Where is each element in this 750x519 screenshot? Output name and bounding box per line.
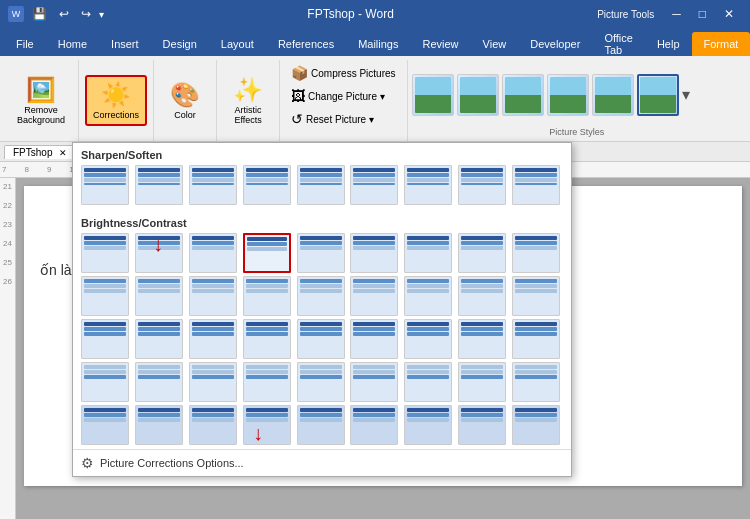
corrections-options-button[interactable]: ⚙ Picture Corrections Options... <box>73 449 571 476</box>
bc-thumb-3-4[interactable] <box>243 319 291 359</box>
bc-thumb-4-2[interactable] <box>135 362 183 402</box>
bc-thumb-2-9[interactable] <box>512 276 560 316</box>
bc-thumb-2-3[interactable] <box>189 276 237 316</box>
ruler-mark-7: 7 <box>2 165 6 174</box>
change-picture-button[interactable]: 🖼 Change Picture ▾ <box>286 85 400 107</box>
bc-thumb-1-8[interactable] <box>458 233 506 273</box>
ribbon: 🖼️ RemoveBackground ☀️ Corrections 🎨 Col… <box>0 56 750 142</box>
bc-thumb-5-9[interactable] <box>512 405 560 445</box>
tab-format[interactable]: Format <box>692 32 750 56</box>
bc-thumb-2-8[interactable] <box>458 276 506 316</box>
restore-button[interactable]: □ <box>691 5 714 23</box>
close-button[interactable]: ✕ <box>716 5 742 23</box>
sharpen-thumb-4[interactable] <box>243 165 291 205</box>
ribbon-group-removebg: 🖼️ RemoveBackground <box>4 60 79 141</box>
reset-picture-button[interactable]: ↺ Reset Picture ▾ <box>286 108 400 130</box>
tab-officetab[interactable]: Office Tab <box>592 32 645 56</box>
sharpen-thumb-6[interactable] <box>350 165 398 205</box>
bc-thumb-4-5[interactable] <box>297 362 345 402</box>
bc-thumb-3-1[interactable] <box>81 319 129 359</box>
sharpen-thumb-2[interactable] <box>135 165 183 205</box>
sharpen-thumb-7[interactable] <box>404 165 452 205</box>
save-button[interactable]: 💾 <box>28 5 51 23</box>
corrections-button[interactable]: ☀️ Corrections <box>85 75 147 127</box>
bc-thumb-5-5[interactable] <box>297 405 345 445</box>
redo-button[interactable]: ↪ <box>77 5 95 23</box>
bc-thumb-4-9[interactable] <box>512 362 560 402</box>
bc-thumb-1-4[interactable] <box>243 233 291 273</box>
bc-thumb-5-6[interactable] <box>350 405 398 445</box>
tab-review[interactable]: Review <box>411 32 471 56</box>
tab-file[interactable]: File <box>4 32 46 56</box>
removebg-icon: 🖼️ <box>26 76 56 104</box>
bc-thumb-3-9[interactable] <box>512 319 560 359</box>
ruler-mark-24: 24 <box>3 239 12 248</box>
bc-thumb-5-1[interactable] <box>81 405 129 445</box>
style-thumb-5[interactable] <box>592 74 634 116</box>
bc-thumb-4-4[interactable] <box>243 362 291 402</box>
bc-thumb-1-2[interactable] <box>135 233 183 273</box>
bc-thumb-1-3[interactable] <box>189 233 237 273</box>
sharpen-thumb-5[interactable] <box>297 165 345 205</box>
styles-more-arrow[interactable]: ▾ <box>682 85 690 104</box>
bc-thumb-1-1[interactable] <box>81 233 129 273</box>
bc-thumb-4-3[interactable] <box>189 362 237 402</box>
bc-thumb-4-1[interactable] <box>81 362 129 402</box>
undo-button[interactable]: ↩ <box>55 5 73 23</box>
bc-thumb-1-5[interactable] <box>297 233 345 273</box>
style-thumb-6[interactable] <box>637 74 679 116</box>
bc-thumb-1-6[interactable] <box>350 233 398 273</box>
sharpen-thumb-1[interactable] <box>81 165 129 205</box>
artistic-effects-button[interactable]: ✨ ArtisticEffects <box>223 71 273 131</box>
bc-thumb-3-5[interactable] <box>297 319 345 359</box>
style-thumb-1[interactable] <box>412 74 454 116</box>
bc-thumb-2-4[interactable] <box>243 276 291 316</box>
sharpen-thumb-9[interactable] <box>512 165 560 205</box>
bc-thumb-1-9[interactable] <box>512 233 560 273</box>
bc-thumb-3-6[interactable] <box>350 319 398 359</box>
tab-insert[interactable]: Insert <box>99 32 151 56</box>
sharpen-thumb-3[interactable] <box>189 165 237 205</box>
tab-references[interactable]: References <box>266 32 346 56</box>
tab-mailings[interactable]: Mailings <box>346 32 410 56</box>
style-thumb-2[interactable] <box>457 74 499 116</box>
bc-thumb-2-5[interactable] <box>297 276 345 316</box>
bc-thumb-5-7[interactable] <box>404 405 452 445</box>
bc-thumb-5-2[interactable] <box>135 405 183 445</box>
sharpen-thumb-8[interactable] <box>458 165 506 205</box>
bc-thumb-3-3[interactable] <box>189 319 237 359</box>
corrections-buttons: ☀️ Corrections <box>85 62 147 139</box>
bc-thumb-2-1[interactable] <box>81 276 129 316</box>
compress-pictures-button[interactable]: 📦 Compress Pictures <box>286 62 400 84</box>
bc-thumb-2-2[interactable] <box>135 276 183 316</box>
bc-thumb-4-7[interactable] <box>404 362 452 402</box>
tab-layout[interactable]: Layout <box>209 32 266 56</box>
bc-thumb-4-6[interactable] <box>350 362 398 402</box>
document-tab-close[interactable]: ✕ <box>59 148 67 158</box>
tab-design[interactable]: Design <box>151 32 209 56</box>
tab-developer[interactable]: Developer <box>518 32 592 56</box>
bc-thumb-5-4[interactable] <box>243 405 291 445</box>
tab-home[interactable]: Home <box>46 32 99 56</box>
tab-help[interactable]: Help <box>645 32 692 56</box>
style-thumb-3[interactable] <box>502 74 544 116</box>
bc-thumb-2-6[interactable] <box>350 276 398 316</box>
bc-thumb-5-3[interactable] <box>189 405 237 445</box>
color-button[interactable]: 🎨 Color <box>160 76 210 126</box>
ribbon-group-adjust: 📦 Compress Pictures 🖼 Change Picture ▾ ↺… <box>280 60 407 141</box>
bc-thumb-3-2[interactable] <box>135 319 183 359</box>
bc-thumb-1-7[interactable] <box>404 233 452 273</box>
document-tab[interactable]: FPTshop ✕ <box>4 145 76 159</box>
tab-view[interactable]: View <box>471 32 519 56</box>
bc-thumb-3-7[interactable] <box>404 319 452 359</box>
color-label: Color <box>174 111 196 121</box>
style-thumb-4[interactable] <box>547 74 589 116</box>
bc-thumb-3-8[interactable] <box>458 319 506 359</box>
corrections-label: Corrections <box>93 111 139 121</box>
artistic-buttons: ✨ ArtisticEffects <box>223 62 273 139</box>
minimize-button[interactable]: ─ <box>664 5 689 23</box>
bc-thumb-4-8[interactable] <box>458 362 506 402</box>
remove-background-button[interactable]: 🖼️ RemoveBackground <box>10 71 72 131</box>
bc-thumb-5-8[interactable] <box>458 405 506 445</box>
bc-thumb-2-7[interactable] <box>404 276 452 316</box>
